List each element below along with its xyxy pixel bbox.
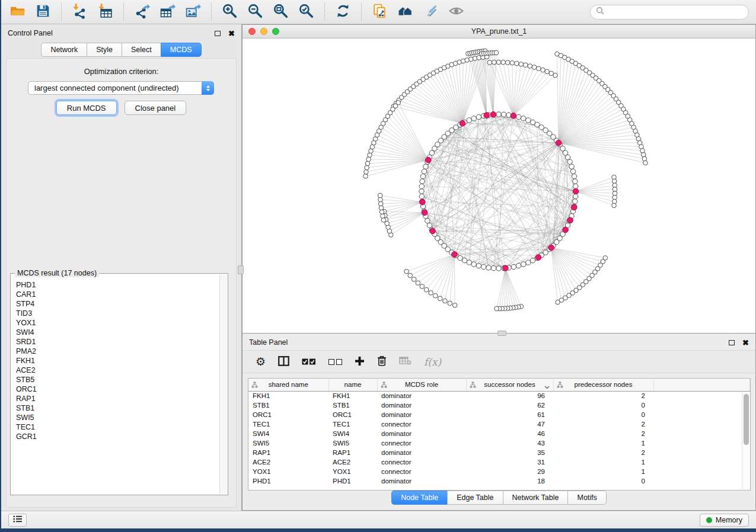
dominator-node[interactable] — [484, 113, 490, 118]
column-header-mcds-role[interactable]: MCDS role — [377, 379, 466, 391]
tab-style[interactable]: Style — [87, 43, 122, 57]
mcds-result-item[interactable]: SWI4 — [16, 328, 219, 337]
mcds-result-item[interactable]: RAP1 — [16, 394, 219, 403]
tab-network[interactable]: Network — [41, 43, 87, 57]
mcds-result-item[interactable]: TID3 — [16, 309, 219, 318]
tab-motifs[interactable]: Motifs — [567, 491, 606, 505]
run-mcds-button[interactable]: Run MCDS — [56, 101, 117, 115]
dominator-node[interactable] — [556, 140, 562, 146]
column-header-predecessor-nodes[interactable]: predecessor nodes — [553, 379, 653, 391]
table-cell[interactable]: 0 — [553, 410, 653, 419]
table-cell[interactable]: 96 — [466, 391, 553, 400]
table-cell[interactable]: dominator — [377, 410, 466, 419]
table-row[interactable]: STB1STB1dominator620 — [248, 400, 750, 410]
table-cell[interactable]: YOX1 — [328, 467, 377, 476]
zoom-selected-button[interactable] — [297, 3, 315, 21]
table-cell[interactable]: dominator — [377, 476, 466, 486]
dominator-node[interactable] — [535, 255, 541, 261]
table-cell[interactable]: FKH1 — [248, 391, 328, 400]
zoom-fit-button[interactable] — [272, 3, 290, 21]
mcds-result-item[interactable]: YOX1 — [16, 318, 219, 328]
mcds-result-item[interactable]: STP4 — [16, 299, 219, 309]
close-window-icon[interactable] — [248, 28, 256, 35]
tab-edge-table[interactable]: Edge Table — [447, 491, 502, 505]
mcds-result-item[interactable]: FKH1 — [16, 356, 219, 366]
table-cell[interactable]: 29 — [466, 467, 553, 476]
table-cell[interactable]: TEC1 — [248, 419, 328, 429]
table-cell[interactable]: ACE2 — [328, 457, 377, 467]
mcds-result-item[interactable]: STB5 — [16, 375, 219, 384]
table-cell[interactable]: 62 — [466, 400, 553, 410]
table-settings-button[interactable]: ⚙ — [256, 356, 266, 367]
optimization-criterion-select[interactable]: largest connected component (undirected) — [28, 81, 214, 95]
mcds-list-scrollbar[interactable] — [219, 274, 227, 494]
table-cell[interactable]: RAP1 — [328, 448, 377, 457]
import-network-button[interactable] — [71, 3, 89, 21]
table-cell[interactable]: 2 — [553, 391, 653, 400]
save-session-button[interactable] — [34, 3, 52, 21]
chevron-down-icon[interactable] — [544, 383, 550, 390]
table-cell[interactable]: ORC1 — [248, 410, 328, 419]
table-cell[interactable]: 47 — [466, 419, 553, 429]
split-columns-button[interactable] — [278, 356, 289, 368]
mcds-result-item[interactable]: PHD1 — [16, 280, 219, 290]
column-header-name[interactable]: name — [328, 379, 377, 391]
dominator-node[interactable] — [563, 227, 569, 233]
select-all-rows-button[interactable] — [302, 358, 316, 365]
import-table-button[interactable] — [96, 3, 114, 21]
table-cell[interactable]: 61 — [466, 410, 553, 419]
close-panel-icon[interactable]: ✖ — [228, 30, 235, 37]
table-cell[interactable]: 2 — [553, 448, 653, 457]
tab-mcds[interactable]: MCDS — [161, 43, 202, 57]
mcds-result-item[interactable]: GCR1 — [16, 432, 219, 441]
table-cell[interactable]: SWI4 — [328, 429, 377, 438]
table-row[interactable]: TEC1TEC1connector472 — [248, 419, 750, 429]
table-cell[interactable]: 43 — [466, 438, 553, 448]
dominator-node[interactable] — [503, 265, 509, 271]
network-window-titlebar[interactable]: YPA_prune.txt_1 — [243, 25, 755, 39]
tab-select[interactable]: Select — [122, 43, 161, 57]
table-cell[interactable]: connector — [377, 467, 466, 476]
minimize-window-icon[interactable] — [260, 28, 267, 35]
table-row[interactable]: SWI4SWI4dominator462 — [248, 429, 750, 438]
table-cell[interactable]: dominator — [377, 429, 466, 438]
table-cell[interactable]: ACE2 — [248, 457, 328, 467]
table-cell[interactable]: RAP1 — [248, 448, 328, 457]
table-cell[interactable]: PHD1 — [328, 476, 377, 486]
zoom-out-button[interactable] — [246, 3, 264, 21]
table-cell[interactable]: PHD1 — [248, 476, 328, 486]
table-cell[interactable]: STB1 — [248, 400, 328, 410]
scrollbar-thumb[interactable] — [744, 394, 749, 445]
table-cell[interactable]: 0 — [553, 400, 653, 410]
maximize-window-icon[interactable] — [272, 28, 279, 35]
table-cell[interactable]: 1 — [553, 457, 653, 467]
search-input[interactable] — [607, 8, 743, 16]
dominator-node[interactable] — [460, 120, 465, 126]
export-table-button[interactable] — [158, 3, 177, 21]
table-cell[interactable]: ORC1 — [328, 410, 377, 419]
search-box[interactable] — [590, 5, 749, 20]
dominator-node[interactable] — [425, 157, 431, 163]
table-cell[interactable]: connector — [377, 419, 466, 429]
table-cell[interactable]: 35 — [466, 448, 553, 457]
apply-layout-button[interactable] — [334, 3, 352, 21]
table-cell[interactable]: 1 — [553, 438, 653, 448]
zoom-in-button[interactable] — [221, 3, 239, 21]
close-panel-icon[interactable]: ✖ — [742, 339, 749, 347]
mcds-result-item[interactable]: STB1 — [16, 403, 219, 413]
hide-annotations-button[interactable] — [422, 3, 440, 21]
mcds-result-item[interactable]: TEC1 — [16, 422, 219, 432]
close-panel-button[interactable]: Close panel — [125, 101, 187, 115]
mcds-result-item[interactable]: SWI5 — [16, 413, 219, 422]
table-scrollbar[interactable] — [742, 392, 750, 489]
column-header-successor-nodes[interactable]: successor nodes — [466, 379, 553, 391]
memory-button[interactable]: Memory — [700, 514, 749, 527]
table-row[interactable]: PHD1PHD1dominator180 — [248, 476, 750, 486]
float-panel-icon[interactable] — [215, 31, 221, 36]
deselect-all-rows-button[interactable] — [328, 359, 342, 365]
show-graphics-details-button[interactable] — [447, 3, 465, 21]
tab-network-table[interactable]: Network Table — [503, 491, 568, 505]
dominator-node[interactable] — [430, 228, 436, 234]
table-cell[interactable]: connector — [377, 457, 466, 467]
table-cell[interactable]: dominator — [377, 391, 466, 400]
